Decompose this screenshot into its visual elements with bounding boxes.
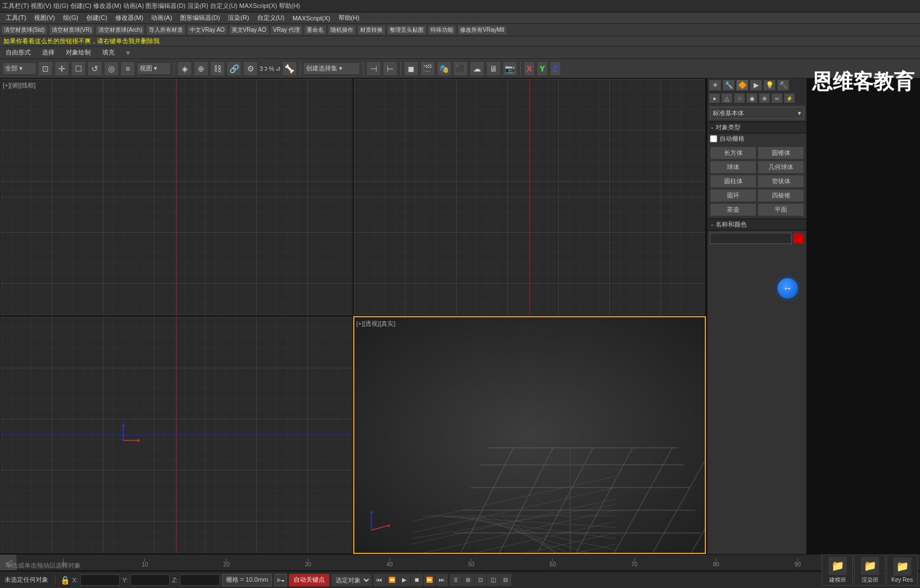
select-tool-btn[interactable]: ⊡	[38, 61, 53, 76]
select-obj-dropdown[interactable]: 选定对象	[332, 574, 371, 586]
vray-proxy-btn[interactable]: VRay 代理	[270, 25, 303, 35]
menu-create[interactable]: 创建(C)	[83, 13, 111, 23]
prev-frame-btn[interactable]: ⏪	[386, 574, 398, 586]
subtab-camera[interactable]: ◉	[746, 93, 758, 103]
obj-cone[interactable]: 圆锥体	[758, 146, 804, 159]
obj-tube[interactable]: 管状体	[758, 175, 804, 188]
obj-pyramid[interactable]: 四棱锥	[758, 189, 804, 202]
clean-missing-btn[interactable]: 整理丢头贴图	[387, 25, 426, 35]
render4-btn[interactable]: ☁	[470, 61, 484, 76]
move-tool-btn[interactable]: ✛	[55, 61, 69, 76]
go-end-btn[interactable]: ⏭	[436, 574, 448, 586]
z-axis-btn[interactable]: Z	[550, 61, 561, 76]
mirror-btn[interactable]: ⊣	[366, 61, 381, 76]
shortcut-key-res[interactable]: 📁 Key Res	[886, 555, 918, 586]
panel-tab-display[interactable]: 💡	[763, 79, 776, 91]
obj-plane[interactable]: 平面	[758, 203, 804, 216]
subtab-helper[interactable]: ⊕	[759, 93, 770, 103]
menu-maxscript[interactable]: MAXScript(X)	[289, 14, 334, 22]
en-vray-ao-btn[interactable]: 英文VRay AO	[229, 25, 269, 35]
bone-btn[interactable]: 🦴	[282, 61, 297, 76]
navigation-cursor-btn[interactable]	[777, 278, 798, 299]
extra-btn-4[interactable]: ◫	[487, 574, 499, 586]
render6-btn[interactable]: 📷	[503, 61, 517, 76]
obj-box[interactable]: 长方体	[710, 146, 756, 159]
obj-cylinder[interactable]: 圆柱体	[710, 175, 756, 188]
x-axis-btn[interactable]: X	[524, 61, 535, 76]
status-z-input[interactable]	[180, 574, 220, 586]
obj-geosphere[interactable]: 几何球体	[758, 161, 804, 174]
menu-modifier[interactable]: 修改器(M)	[112, 13, 147, 23]
play-btn[interactable]: ▶	[399, 574, 410, 586]
render5-btn[interactable]: 🖥	[486, 61, 501, 76]
obj-teapot[interactable]: 茶壶	[710, 203, 756, 216]
panel-tab-motion[interactable]: ▶	[750, 79, 762, 91]
next-frame-btn[interactable]: ⏩	[424, 574, 435, 586]
name-color-collapse[interactable]: -	[711, 221, 713, 229]
bind-btn[interactable]: ⚙	[243, 61, 258, 76]
extra-btn-1[interactable]: ⧖	[450, 574, 461, 586]
extra-btn-2[interactable]: ⊞	[462, 574, 474, 586]
menu-bar[interactable]: 工具(T) 视图(V) 组(G) 创建(C) 修改器(M) 动画(A) 图形编辑…	[0, 12, 920, 24]
cn-vray-ao-btn[interactable]: 中文VRay AO	[187, 25, 227, 35]
status-y-input[interactable]	[130, 574, 170, 586]
y-axis-btn[interactable]: Y	[537, 61, 548, 76]
import-all-mat-btn[interactable]: 导入所有材质	[146, 25, 186, 35]
menu-tools[interactable]: 工具(T)	[2, 13, 30, 23]
mode-select[interactable]: 选择	[39, 48, 58, 57]
key-icon-btn[interactable]: 🗝	[274, 574, 287, 586]
render-btn[interactable]: 🎬	[420, 61, 435, 76]
viewport-front[interactable]	[353, 78, 706, 316]
scale-tool-btn[interactable]: ◎	[104, 61, 119, 76]
viewport-left[interactable]	[0, 316, 353, 554]
rename-btn[interactable]: 重命名	[304, 25, 327, 35]
snap-btn[interactable]: ◈	[177, 61, 192, 76]
status-x-input[interactable]	[80, 574, 120, 586]
pivot-btn[interactable]: ⊕	[194, 61, 208, 76]
auto-key-btn[interactable]: 自动关键点	[289, 574, 329, 586]
mode-fill[interactable]: 填充	[99, 48, 118, 57]
panel-tab-scene[interactable]: ☀	[709, 79, 721, 91]
render2-btn[interactable]: 🎭	[437, 61, 451, 76]
subtab-geo[interactable]: ●	[709, 93, 720, 103]
menu-view[interactable]: 视图(V)	[31, 13, 58, 23]
menu-help[interactable]: 帮助(H)	[335, 13, 363, 23]
shortcut-render-class[interactable]: 📁 渲染班	[854, 555, 885, 586]
timeline[interactable]: ◁ 0 10 20 30 40 50 60	[0, 554, 920, 571]
subtab-space[interactable]: ∞	[771, 93, 783, 103]
modify-vray-btn[interactable]: 修改所有VRayMtl	[457, 25, 507, 35]
clear-arch-btn[interactable]: 清空材质球(Arch)	[95, 25, 145, 35]
view-dropdown-btn[interactable]: ≡	[120, 61, 135, 76]
color-swatch[interactable]	[793, 233, 804, 244]
material-btn[interactable]: ◼	[404, 61, 419, 76]
viewport-top[interactable]: [+][俯][线框]	[0, 78, 353, 316]
menu-animation[interactable]: 动画(A)	[148, 13, 175, 23]
extra-btn-5[interactable]: ⊟	[500, 574, 511, 586]
mode-object-paint[interactable]: 对象绘制	[62, 48, 94, 57]
viewport-perspective[interactable]: [+][透视][真实]	[353, 316, 706, 554]
obj-sphere[interactable]: 球体	[710, 161, 756, 174]
mode-free-form[interactable]: 自由形式	[2, 48, 34, 57]
menu-customize[interactable]: 自定义(U)	[254, 13, 288, 23]
clear-std-btn[interactable]: 清空材质球(Std)	[1, 25, 48, 35]
menu-render[interactable]: 渲染(R)	[224, 13, 252, 23]
go-start-btn[interactable]: ⏮	[374, 574, 385, 586]
view-dropdown[interactable]: 视图 ▾	[137, 62, 171, 75]
select-filter-btn[interactable]: ☐	[71, 61, 86, 76]
menu-graph-editor[interactable]: 图形编辑器(D)	[177, 13, 223, 23]
selection-set-dropdown[interactable]: 创建选择集 ▾	[303, 62, 360, 75]
random-op-btn[interactable]: 随机操作	[328, 25, 356, 35]
rotate-tool-btn[interactable]: ↺	[87, 61, 102, 76]
mat-convert-btn[interactable]: 材质转换	[357, 25, 386, 35]
subtab-light[interactable]: ☆	[734, 93, 745, 103]
subtab-system[interactable]: ⚡	[784, 93, 795, 103]
obj-torus[interactable]: 圆环	[710, 189, 756, 202]
unlink-btn[interactable]: 🔗	[227, 61, 241, 76]
all-dropdown[interactable]: 全部 ▾	[2, 62, 36, 75]
auto-grid-checkbox[interactable]	[710, 135, 717, 142]
menu-group[interactable]: 组(G)	[60, 13, 82, 23]
name-input[interactable]	[710, 233, 792, 244]
primitives-dropdown[interactable]: 标准基本体 ▾	[710, 107, 804, 119]
object-type-collapse[interactable]: -	[711, 124, 713, 132]
panel-tab-hierarchy[interactable]: 🔶	[736, 79, 748, 91]
